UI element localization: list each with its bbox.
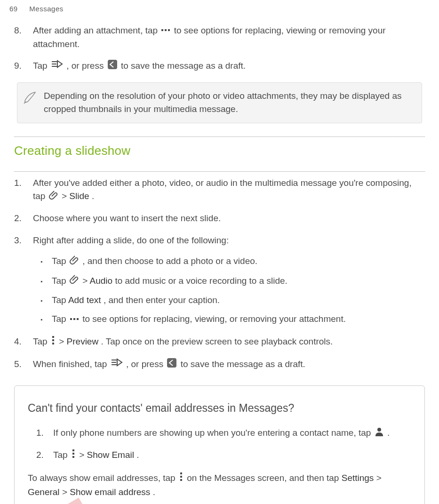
- slideshow-step-2: 2. Choose where you want to insert the n…: [33, 212, 425, 225]
- b3-pre: Tap: [52, 295, 68, 305]
- paperclip-icon: [49, 190, 58, 204]
- b2-pre: Tap: [52, 276, 69, 286]
- svg-rect-12: [52, 339, 54, 341]
- svg-rect-0: [161, 29, 163, 31]
- s1-number: 1.: [14, 176, 22, 190]
- step-9-text-pre: Tap: [33, 61, 50, 71]
- s4-number: 4.: [14, 335, 22, 349]
- ellipsis-icon: [70, 313, 79, 327]
- s4-post: . Tap once on the preview screen to see …: [101, 336, 333, 346]
- menu-dots-icon: [71, 448, 76, 463]
- s3-number: 3.: [14, 234, 22, 248]
- b4-pre: Tap: [52, 314, 69, 324]
- s4-gt: >: [59, 336, 66, 346]
- step-8: 8. After adding an attachment, tap to se…: [33, 24, 425, 51]
- svg-point-18: [377, 428, 381, 432]
- s1-pre: After you've added either a photo, video…: [33, 178, 412, 201]
- svg-rect-17: [167, 358, 176, 368]
- b2-gt: >: [82, 276, 89, 286]
- step-9-text-post: to save the message as a draft.: [121, 61, 246, 71]
- i1-post: .: [387, 428, 390, 438]
- i1-pre: If only phone numbers are showing up whe…: [53, 428, 374, 438]
- svg-rect-10: [77, 318, 79, 320]
- info-last-mid1: on the Messages screen, and then tap: [187, 473, 342, 483]
- i1-number: 1.: [36, 426, 44, 440]
- send-icon: [51, 60, 63, 73]
- svg-rect-8: [70, 318, 72, 320]
- b3-addtext: Add text: [68, 295, 101, 305]
- info-last-general: General: [28, 487, 60, 497]
- note-box: Depending on the resolution of your phot…: [17, 82, 422, 123]
- info-last-gt1: >: [376, 473, 382, 483]
- info-last: To always show email addresses, tap on t…: [28, 472, 411, 499]
- b3-post: , and then enter your caption.: [104, 295, 220, 305]
- svg-rect-6: [108, 60, 117, 69]
- bullet-2: Tap > Audio to add music or a voice reco…: [52, 274, 425, 288]
- s5-post: to save the message as a draft.: [181, 359, 305, 369]
- send-icon: [111, 358, 123, 372]
- s2-text: Choose where you want to insert the next…: [33, 213, 221, 223]
- b2-post: to add music or a voice recording to a s…: [115, 276, 287, 286]
- ellipsis-icon: [161, 24, 170, 38]
- s4-preview: Preview: [67, 336, 99, 346]
- section-name: Messages: [29, 5, 63, 13]
- svg-rect-20: [72, 453, 74, 455]
- info-step-1: 1. If only phone numbers are showing up …: [53, 426, 411, 440]
- b1-post: , and then choose to add a photo or a vi…: [82, 256, 257, 266]
- section-title: Creating a slideshow: [14, 142, 425, 160]
- info-last-dot: .: [153, 487, 155, 497]
- person-icon: [375, 427, 384, 440]
- b4-post: to see options for replacing, viewing, o…: [82, 314, 346, 324]
- i2-pre: Tap: [53, 450, 70, 460]
- page-number: 69: [9, 5, 18, 13]
- info-last-settings: Settings: [342, 473, 374, 483]
- bullet-3: Tap Add text , and then enter your capti…: [52, 294, 425, 307]
- slideshow-step-1: 1. After you've added either a photo, vi…: [33, 176, 425, 204]
- svg-rect-13: [52, 343, 54, 344]
- svg-rect-22: [180, 472, 182, 474]
- s1-gt: >: [62, 191, 69, 201]
- paperclip-icon: [70, 255, 79, 269]
- s3-text-pre: Right after adding a slide, do one of th…: [33, 235, 229, 245]
- info-last-pre: To always show email addresses, tap: [28, 473, 178, 483]
- info-last-gt2: >: [62, 487, 70, 497]
- svg-rect-11: [52, 336, 54, 338]
- step-9-text-mid: , or press: [66, 61, 106, 71]
- step-8-number: 8.: [14, 24, 22, 38]
- back-button-icon: [107, 59, 118, 74]
- menu-dots-icon: [51, 335, 56, 350]
- pen-icon: [23, 89, 38, 109]
- s5-mid: , or press: [126, 359, 166, 369]
- step-9: 9. Tap , or press to save the message as…: [33, 59, 425, 74]
- i2-gt: >: [79, 450, 87, 460]
- svg-rect-19: [72, 449, 74, 451]
- svg-rect-24: [180, 479, 182, 481]
- info-title: Can't find your contacts' email addresse…: [28, 400, 411, 416]
- s5-number: 5.: [14, 358, 22, 371]
- step-9-number: 9.: [14, 59, 22, 73]
- info-box: Can't find your contacts' email addresse…: [14, 385, 425, 504]
- step-8-text-pre: After adding an attachment, tap: [33, 25, 160, 35]
- dotted-divider-top: [14, 136, 425, 137]
- s1-slide: Slide: [69, 191, 89, 201]
- back-button-icon: [167, 358, 177, 372]
- bullet-4: Tap to see options for replacing, viewin…: [52, 312, 425, 326]
- dotted-divider-bottom: [14, 171, 425, 172]
- s1-dot: .: [92, 191, 94, 201]
- s4-pre: Tap: [33, 336, 50, 346]
- i2-post: .: [136, 450, 139, 460]
- b1-pre: Tap: [52, 256, 69, 266]
- s5-pre: When finished, tap: [33, 359, 110, 369]
- slideshow-step-4: 4. Tap > Preview . Tap once on the previ…: [33, 335, 425, 350]
- note-text: Depending on the resolution of your phot…: [44, 91, 401, 114]
- page-header: 69 Messages: [0, 0, 439, 24]
- info-last-showaddr: Show email address: [70, 487, 150, 497]
- s2-number: 2.: [14, 212, 22, 225]
- svg-rect-1: [165, 29, 167, 31]
- svg-rect-2: [168, 29, 170, 31]
- b2-audio: Audio: [90, 276, 113, 286]
- svg-rect-9: [73, 318, 75, 320]
- i2-number: 2.: [36, 448, 44, 462]
- paperclip-icon: [70, 274, 79, 288]
- bullet-1: Tap , and then choose to add a photo or …: [52, 255, 425, 268]
